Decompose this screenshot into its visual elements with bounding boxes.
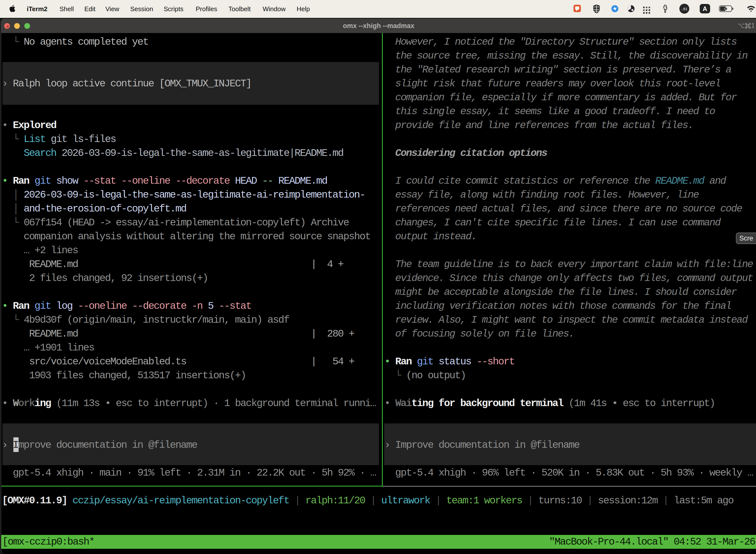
svg-text:..61: ..61 [681,7,687,11]
svg-text:A: A [703,5,707,12]
